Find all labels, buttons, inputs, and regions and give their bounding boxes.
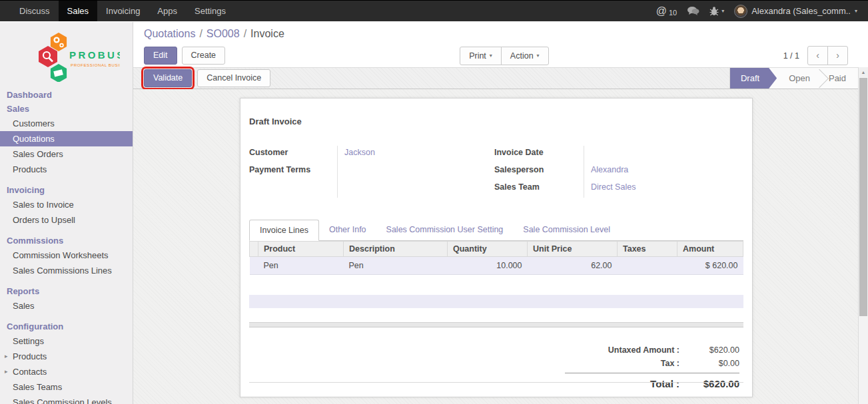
column-header-amount[interactable]: Amount — [677, 242, 743, 257]
column-header-description[interactable]: Description — [344, 242, 448, 257]
sidebar-header-commissions: Commissions — [0, 234, 133, 248]
topbar-menu-invoicing[interactable]: Invoicing — [97, 1, 149, 21]
cell-quantity[interactable]: 10.000 — [448, 257, 528, 275]
status-stepper: DraftOpenPaid — [729, 68, 858, 89]
empty-line-row[interactable] — [249, 295, 743, 308]
sidebar-header-sales: Sales — [0, 102, 133, 116]
sidebar-item-commission-worksheets[interactable]: Commission Worksheets — [0, 248, 133, 263]
topbar-menus: DiscussSalesInvoicingAppsSettings — [11, 1, 234, 21]
grand-total-value: $620.00 — [687, 378, 739, 389]
field-value-invoice-date — [591, 146, 743, 163]
sidebar-header-reports: Reports — [0, 284, 133, 298]
cell-unit-price[interactable]: 62.00 — [528, 257, 618, 275]
field-label-salesperson: Salesperson — [494, 163, 584, 180]
chevron-down-icon: ▾ — [721, 8, 724, 14]
horizontal-scrollbar[interactable] — [249, 322, 743, 327]
validate-button[interactable]: Validate — [144, 69, 192, 87]
totals-block: Untaxed Amount :$620.00Tax :$0.00Total :… — [565, 343, 739, 391]
breadcrumb-so008[interactable]: SO008 — [207, 28, 240, 39]
mention-icon: @ — [656, 6, 667, 17]
column-header-quantity[interactable]: Quantity — [448, 242, 528, 257]
table-row[interactable]: PenPen10.00062.00$ 620.00 — [250, 257, 743, 275]
edit-button[interactable]: Edit — [144, 47, 177, 65]
create-button[interactable]: Create — [182, 47, 226, 65]
pager-next-button[interactable]: › — [827, 46, 848, 65]
sidebar-item-products[interactable]: Products — [0, 162, 133, 177]
sidebar-item-settings[interactable]: Settings — [0, 333, 133, 349]
expand-icon[interactable]: ▸ — [5, 353, 8, 359]
sidebar-item-products[interactable]: ▸Products — [0, 349, 133, 364]
logo-title: PROBUSE — [69, 49, 120, 61]
column-handle — [250, 242, 258, 257]
invoice-sheet: Draft Invoice CustomerPayment Terms Jack… — [240, 98, 753, 397]
total-value: $620.00 — [687, 345, 739, 355]
print-button[interactable]: Print▾ — [460, 47, 502, 65]
pager-previous-button[interactable]: ‹ — [807, 46, 828, 65]
total-row-tax: Tax :$0.00 — [565, 357, 739, 370]
field-value-customer[interactable]: Jackson — [344, 146, 494, 163]
sidebar-header-dashboard: Dashboard — [0, 88, 133, 102]
cell-taxes[interactable] — [618, 257, 677, 275]
column-header-taxes[interactable]: Taxes — [618, 242, 677, 257]
sidebar-item-contacts[interactable]: ▸Contacts — [0, 364, 133, 379]
field-value-salesperson[interactable]: Alexandra — [591, 163, 743, 180]
mentions-button[interactable]: @ 10 — [656, 6, 677, 17]
sidebar-item-sales[interactable]: Sales — [0, 298, 133, 313]
cell-description[interactable]: Pen — [344, 257, 448, 275]
user-menu[interactable]: Alexandra (Sales_comm.. ▾ — [734, 5, 857, 18]
cell-product[interactable]: Pen — [258, 257, 344, 275]
cancel-invoice-button[interactable]: Cancel Invoice — [197, 69, 270, 87]
field-groups: CustomerPayment Terms Jackson Invoice Da… — [249, 146, 743, 198]
sidebar-item-sales-commission-levels[interactable]: Sales Commission Levels — [0, 395, 133, 404]
cell-amount[interactable]: $ 620.00 — [677, 257, 743, 275]
topbar-right: @ 10 ▾ Alexa — [656, 1, 868, 21]
field-label-sales-team: Sales Team — [494, 180, 584, 198]
logo-hexagon-search — [39, 46, 57, 67]
notebook-tabs: Invoice LinesOther InfoSales Commission … — [249, 220, 743, 241]
column-header-product[interactable]: Product — [258, 242, 344, 257]
scrollbar-up-arrow[interactable]: ▲ — [859, 67, 868, 77]
topbar-menu-settings[interactable]: Settings — [186, 1, 234, 21]
expand-icon[interactable]: ▸ — [5, 368, 8, 375]
app-logo: PROBUSE PROFESSIONAL BUSINESS — [13, 29, 120, 82]
debug-menu-button[interactable]: ▾ — [709, 6, 724, 17]
total-row-untaxed-amount: Untaxed Amount :$620.00 — [565, 343, 739, 357]
breadcrumb-quotations[interactable]: Quotations — [144, 28, 195, 39]
user-name: Alexandra (Sales_comm.. — [751, 6, 851, 16]
app-window: DiscussSalesInvoicingAppsSettings @ 10 — [0, 0, 868, 404]
sidebar-item-quotations[interactable]: Quotations — [0, 131, 133, 146]
sidebar-item-customers[interactable]: Customers — [0, 116, 133, 131]
sidebar-item-sales-teams[interactable]: Sales Teams — [0, 379, 133, 395]
tab-sales-commission-user-setting[interactable]: Sales Commission User Setting — [376, 220, 514, 241]
breadcrumb-invoice: Invoice — [250, 28, 284, 39]
topbar: DiscussSalesInvoicingAppsSettings @ 10 — [0, 0, 868, 21]
chat-icon — [687, 6, 699, 16]
field-group-right: Invoice DateSalespersonSales Team Alexan… — [494, 146, 743, 198]
tab-sale-commission-level[interactable]: Sale Commission Level — [513, 220, 620, 241]
sidebar-item-sales-commissions-lines[interactable]: Sales Commissions Lines — [0, 263, 133, 278]
topbar-menu-discuss[interactable]: Discuss — [11, 1, 59, 21]
sidebar-item-sales-orders[interactable]: Sales Orders — [0, 146, 133, 162]
scrollbar-thumb[interactable] — [859, 78, 867, 316]
action-button[interactable]: Action▾ — [501, 47, 549, 65]
tab-invoice-lines[interactable]: Invoice Lines — [249, 220, 319, 241]
topbar-menu-apps[interactable]: Apps — [149, 1, 186, 21]
total-label: Untaxed Amount : — [565, 345, 687, 355]
field-value-sales-team[interactable]: Direct Sales — [591, 180, 743, 198]
field-label-customer: Customer — [249, 146, 337, 163]
breadcrumb-separator: / — [199, 28, 202, 39]
grand-total-label: Total : — [565, 378, 687, 389]
tab-other-info[interactable]: Other Info — [319, 220, 376, 241]
sidebar-item-sales-to-invoice[interactable]: Sales to Invoice — [0, 197, 133, 212]
button-row: Edit Create Print▾ Action▾ 1 / 1 ‹ › — [144, 46, 857, 65]
total-label: Tax : — [565, 359, 687, 368]
topbar-menu-sales[interactable]: Sales — [59, 1, 98, 21]
vertical-scrollbar[interactable]: ▲ — [858, 67, 868, 404]
avatar — [734, 5, 747, 18]
messages-button[interactable] — [687, 6, 699, 16]
print-action-group: Print▾ Action▾ — [460, 47, 548, 65]
state-draft[interactable]: Draft — [730, 68, 777, 89]
sidebar-item-orders-to-upsell[interactable]: Orders to Upsell — [0, 212, 133, 228]
column-header-unit-price[interactable]: Unit Price — [528, 242, 618, 257]
bug-icon — [709, 6, 719, 17]
